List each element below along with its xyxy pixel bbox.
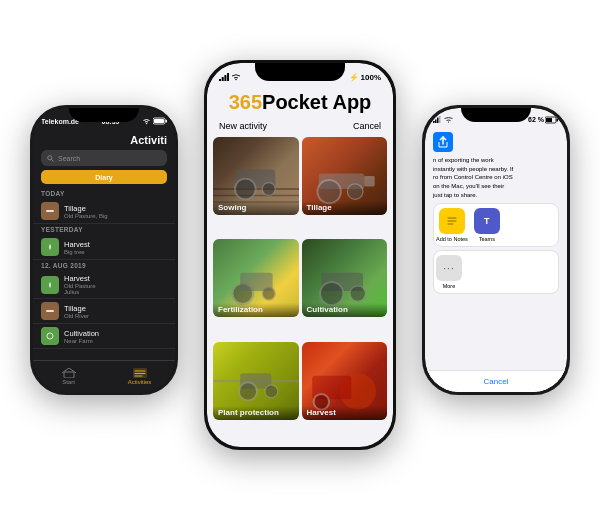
- right-screen: 18:53 62 %: [425, 108, 567, 392]
- app-title-text: Pocket App: [262, 91, 371, 113]
- new-activity-label: New activity: [219, 121, 267, 131]
- scene: Telekom.de 08:39: [0, 0, 600, 521]
- svg-point-27: [347, 184, 363, 200]
- svg-rect-52: [557, 118, 559, 121]
- svg-point-26: [317, 180, 340, 203]
- wifi-icon: [142, 118, 151, 125]
- list-item[interactable]: Harvest Old Pasture Julius: [33, 271, 175, 299]
- tab-bar: Start Activities: [33, 360, 175, 392]
- section-aug2019: 12. AUG 2019: [33, 260, 175, 271]
- list-item[interactable]: Harvest Big tree: [33, 235, 175, 260]
- cancel-sheet[interactable]: Cancel: [425, 370, 567, 392]
- activities-grid: Sowing Tillage: [207, 137, 393, 447]
- svg-rect-13: [219, 79, 221, 81]
- cultivation-icon: [45, 331, 55, 341]
- activity-sowing[interactable]: Sowing: [213, 137, 299, 215]
- share-item-teams[interactable]: T Teams: [474, 208, 500, 242]
- share-header: [433, 132, 559, 152]
- wifi-icon-right: [444, 116, 453, 123]
- activity-text-tillage: Tillage Old Pasture, Big: [64, 204, 167, 219]
- left-page-title: Activiti: [41, 134, 167, 146]
- bluetooth-icon: ⚡: [349, 73, 359, 82]
- share-text-line1: n of exporting the work: [433, 156, 559, 165]
- phone-right: 18:53 62 %: [422, 105, 570, 395]
- right-notch: [461, 108, 531, 122]
- section-yesterday: YESTERDAY: [33, 224, 175, 235]
- activity-harvest[interactable]: Harvest: [302, 342, 388, 420]
- activity-title: Harvest: [64, 240, 167, 249]
- search-bar[interactable]: Search: [41, 150, 167, 166]
- activity-tillage[interactable]: Tillage: [302, 137, 388, 215]
- activity-title: Tillage: [64, 204, 167, 213]
- more-icon: ···: [436, 255, 462, 281]
- signal-icon: [219, 73, 229, 81]
- activity-title: Harvest: [64, 274, 167, 283]
- share-row-2: ··· More: [433, 250, 559, 294]
- list-item[interactable]: Tillage Old River: [33, 299, 175, 324]
- right-signal: [433, 116, 453, 123]
- app-title-num: 365: [229, 91, 262, 113]
- more-dots: ···: [443, 263, 454, 274]
- tab-start[interactable]: Start: [33, 368, 104, 385]
- battery-icon-right: [545, 116, 559, 124]
- center-header: 365Pocket App: [207, 87, 393, 119]
- activity-text-harvest2: Harvest Old Pasture Julius: [64, 274, 167, 295]
- activity-sub: Old Pasture, Big: [64, 213, 167, 219]
- diary-label: Diary: [95, 174, 113, 181]
- right-status-icons: [142, 117, 167, 125]
- center-content: 9:41 AM ⚡ 100% 365Pocket App New activit…: [207, 63, 393, 447]
- svg-rect-6: [46, 310, 54, 312]
- svg-line-4: [52, 159, 54, 161]
- svg-rect-16: [227, 73, 229, 81]
- left-header: Activiti: [33, 130, 175, 150]
- svg-rect-46: [433, 121, 435, 123]
- harvest-icon: [45, 242, 55, 252]
- more-label: More: [443, 283, 456, 289]
- share-text-line4: on the Mac, you'll see their: [433, 182, 559, 191]
- list-item[interactable]: Tillage Old Pasture, Big: [33, 199, 175, 224]
- svg-point-22: [235, 179, 256, 200]
- share-description: n of exporting the work instantly with p…: [433, 156, 559, 199]
- activity-title: Cultivation: [64, 329, 167, 338]
- cancel-label: Cancel: [484, 377, 509, 386]
- share-item-more[interactable]: ··· More: [436, 255, 462, 289]
- share-arrow-button[interactable]: [433, 132, 453, 152]
- activity-sub: Near Farm: [64, 338, 167, 344]
- activity-cultivation[interactable]: Cultivation: [302, 239, 388, 317]
- svg-point-40: [239, 382, 257, 400]
- diary-button[interactable]: Diary: [41, 170, 167, 184]
- svg-point-35: [320, 282, 343, 305]
- list-icon: [133, 368, 147, 378]
- cancel-button[interactable]: Cancel: [353, 121, 381, 131]
- share-text-line3: ro from Control Centre on iOS: [433, 173, 559, 182]
- svg-rect-14: [222, 77, 224, 81]
- teams-icon: T: [474, 208, 500, 234]
- activity-title: Tillage: [64, 304, 167, 313]
- svg-rect-32: [240, 273, 273, 291]
- activity-text-harvest1: Harvest Big tree: [64, 240, 167, 255]
- tab-activities[interactable]: Activities: [104, 368, 175, 385]
- activity-icon-tillage: [41, 202, 59, 220]
- tab-start-label: Start: [62, 379, 75, 385]
- share-item-notes[interactable]: Add to Notes: [436, 208, 468, 242]
- battery-pct: 100%: [361, 73, 381, 82]
- notes-label: Add to Notes: [436, 236, 468, 242]
- activity-sub: Big tree: [64, 249, 167, 255]
- battery-icon-left: [153, 117, 167, 125]
- section-today: TODAY: [33, 188, 175, 199]
- phone-left: Telekom.de 08:39: [30, 105, 178, 395]
- svg-rect-2: [166, 120, 168, 123]
- wifi-icon-center: [231, 73, 241, 81]
- left-notch: [69, 108, 139, 122]
- svg-rect-5: [46, 210, 54, 212]
- svg-point-36: [349, 286, 365, 302]
- activity-fertilization[interactable]: Fertilization: [213, 239, 299, 317]
- list-item[interactable]: Cultivation Near Farm: [33, 324, 175, 349]
- activity-icon-tillage2: [41, 302, 59, 320]
- activity-sub: Old River: [64, 313, 167, 319]
- app-title: 365Pocket App: [219, 91, 381, 113]
- activity-plant-protection[interactable]: Plant protection: [213, 342, 299, 420]
- svg-rect-49: [439, 116, 441, 123]
- search-placeholder: Search: [58, 155, 80, 162]
- teams-label: Teams: [479, 236, 495, 242]
